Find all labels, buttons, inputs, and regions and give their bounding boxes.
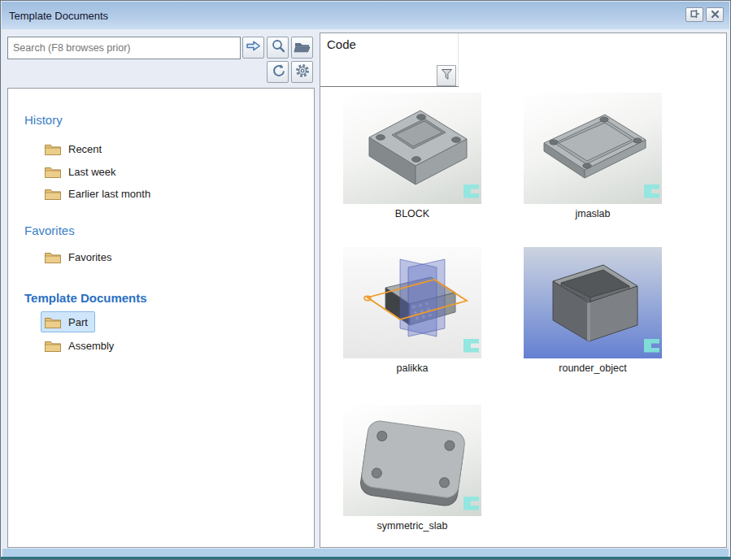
refresh-button[interactable]	[267, 61, 289, 83]
tree-item-label: Part	[68, 316, 88, 328]
tree-item-favorites[interactable]: Favorites	[41, 246, 119, 267]
symmetric-slab-model-drawing	[343, 405, 481, 516]
tree-item-assembly[interactable]: Assembly	[41, 335, 121, 356]
filter-button[interactable]	[437, 65, 456, 86]
tree-item-last-week[interactable]: Last week	[41, 161, 124, 182]
template-card-block[interactable]: BLOCK	[343, 93, 481, 219]
tree-item-earlier-last-month[interactable]: Earlier last month	[41, 183, 158, 204]
template-name: symmetric_slab	[343, 520, 481, 532]
search-input[interactable]	[7, 37, 241, 59]
search-magnifier-button[interactable]	[267, 37, 289, 59]
folder-icon	[44, 339, 62, 353]
folder-icon	[44, 165, 62, 179]
filter-input[interactable]	[323, 72, 438, 85]
search-go-button[interactable]	[242, 37, 264, 59]
jmaslab-model-drawing	[524, 93, 662, 204]
pin-icon	[690, 7, 700, 22]
template-card-palikka[interactable]: palikka	[343, 247, 481, 374]
rounder-object-model-drawing	[524, 247, 662, 358]
palikka-thumbnail	[343, 247, 481, 358]
folder-icon	[44, 142, 62, 156]
folder-open-icon	[294, 40, 311, 56]
tree-item-recent[interactable]: Recent	[41, 138, 109, 159]
close-button[interactable]	[706, 7, 724, 22]
bottom-teal-strip	[1, 557, 730, 559]
column-title: Code	[320, 33, 458, 51]
component-badge-icon	[463, 339, 479, 356]
component-badge-icon	[644, 184, 659, 202]
browse-folder-button[interactable]	[291, 37, 313, 59]
template-name: BLOCK	[343, 208, 481, 219]
settings-button[interactable]	[291, 61, 313, 83]
block-model-drawing	[343, 93, 481, 204]
folder-tree-panel: History Recent Last week Earlier last mo…	[7, 88, 315, 548]
pin-button[interactable]	[685, 7, 703, 22]
component-badge-icon	[463, 497, 479, 514]
tree-item-part[interactable]: Part	[41, 311, 95, 332]
template-card-jmaslab[interactable]: jmaslab	[524, 93, 662, 219]
template-name: rounder_object	[524, 362, 662, 374]
symmetric-slab-thumbnail	[343, 405, 481, 516]
funnel-icon	[440, 67, 454, 84]
tree-section-template-documents[interactable]: Template Documents	[24, 291, 147, 305]
palikka-model-drawing	[343, 247, 481, 358]
tree-item-label: Recent	[68, 143, 102, 155]
window-title: Template Documents	[9, 10, 108, 22]
bottom-chrome-band	[2, 549, 729, 557]
titlebar[interactable]: Template Documents	[2, 2, 729, 29]
block-thumbnail	[343, 93, 481, 204]
close-icon	[711, 7, 720, 22]
rounder-object-thumbnail	[524, 247, 662, 358]
template-list-panel: Code	[320, 33, 727, 548]
template-documents-window: Template Documents	[0, 0, 731, 560]
tree-section-history[interactable]: History	[24, 113, 63, 127]
folder-icon	[44, 315, 62, 329]
component-badge-icon	[644, 339, 659, 356]
code-column-header[interactable]: Code	[320, 33, 459, 87]
tree-item-label: Earlier last month	[68, 188, 150, 200]
template-card-symmetric-slab[interactable]: symmetric_slab	[343, 405, 481, 532]
component-badge-icon	[463, 184, 479, 202]
refresh-icon	[271, 63, 285, 81]
jmaslab-thumbnail	[524, 93, 662, 204]
folder-icon	[44, 187, 62, 201]
magnifier-icon	[271, 39, 285, 57]
template-name: jmaslab	[524, 208, 662, 219]
tree-item-label: Assembly	[68, 340, 114, 352]
gear-icon	[294, 63, 311, 82]
template-card-rounder-object[interactable]: rounder_object	[524, 247, 662, 374]
tree-item-label: Favorites	[68, 251, 111, 263]
blue-arrow-right-icon	[246, 40, 261, 55]
tree-item-label: Last week	[68, 166, 116, 178]
filter-field-underline	[320, 86, 459, 87]
template-name: palikka	[343, 362, 481, 374]
folder-icon	[44, 250, 62, 264]
tree-section-favorites[interactable]: Favorites	[24, 224, 75, 237]
